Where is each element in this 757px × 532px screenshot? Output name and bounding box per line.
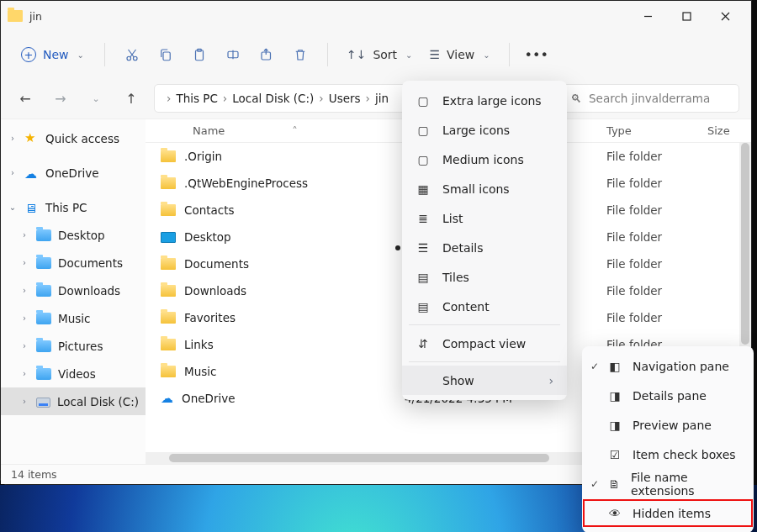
menu-hidden-items[interactable]: 👁Hidden items: [582, 498, 754, 528]
share-button[interactable]: [251, 40, 282, 70]
window-title: jin: [29, 10, 42, 23]
chevron-right-icon: ›: [8, 168, 18, 177]
sidebar-item-onedrive[interactable]: ›☁OneDrive: [1, 159, 146, 187]
forward-button[interactable]: →: [48, 86, 73, 111]
chevron-down-icon: ⌄: [483, 50, 490, 60]
menu-tiles[interactable]: ▤Tiles: [402, 262, 567, 292]
sidebar-item-local-disk[interactable]: ›Local Disk (C:): [1, 387, 146, 415]
chevron-right-icon: ›: [19, 313, 29, 323]
column-size[interactable]: Size: [707, 124, 751, 137]
menu-navigation-pane[interactable]: ✓◧Navigation pane: [582, 351, 754, 381]
chevron-right-icon: ›: [19, 258, 29, 267]
file-name: .QtWebEngineProcess: [184, 176, 308, 190]
folder-icon: [161, 150, 176, 162]
column-name[interactable]: Name˄: [146, 124, 398, 137]
sidebar-item-documents[interactable]: ›Documents: [1, 249, 146, 277]
file-name: .Origin: [184, 150, 222, 163]
pane-icon: ◨: [607, 419, 622, 432]
menu-item-check-boxes[interactable]: ☑Item check boxes: [582, 440, 754, 469]
close-button[interactable]: [706, 3, 744, 29]
menu-content[interactable]: ▤Content: [402, 292, 567, 321]
folder-icon: [161, 177, 176, 189]
file-name: Documents: [184, 257, 249, 271]
up-button[interactable]: ↑: [119, 86, 144, 111]
recent-locations-button[interactable]: ⌄: [83, 86, 109, 111]
file-name: Downloads: [184, 284, 246, 298]
sidebar-item-downloads[interactable]: ›Downloads: [1, 277, 146, 304]
view-menu: ▢Extra large icons ▢Large icons ▢Medium …: [402, 81, 567, 400]
sidebar-item-desktop[interactable]: ›Desktop: [1, 221, 146, 249]
rename-button[interactable]: [218, 40, 248, 70]
checkbox-icon: ☑: [607, 448, 622, 461]
sort-button[interactable]: ↑↓ Sort ⌄: [340, 43, 420, 66]
chevron-right-icon: ›: [8, 134, 18, 143]
search-input[interactable]: 🔍︎ Search jinvalderrama: [561, 84, 739, 113]
sort-icon: ↑↓: [347, 48, 366, 61]
menu-file-name-extensions[interactable]: ✓🗎File name extensions: [582, 469, 754, 498]
copy-button[interactable]: [151, 40, 181, 70]
sidebar-item-music[interactable]: ›Music: [1, 304, 146, 332]
svg-rect-3: [163, 52, 170, 61]
new-button[interactable]: + New ⌄: [13, 42, 93, 67]
selected-indicator-icon: [395, 245, 400, 250]
cloud-icon: ☁: [161, 391, 173, 406]
minimize-button[interactable]: [628, 3, 667, 29]
sidebar-item-pictures[interactable]: ›Pictures: [1, 332, 146, 360]
file-name: OneDrive: [182, 392, 235, 405]
chevron-down-icon: ⌄: [8, 203, 18, 212]
folder-icon: [36, 313, 51, 324]
menu-preview-pane[interactable]: ◨Preview pane: [582, 410, 754, 440]
more-button[interactable]: •••: [521, 40, 552, 70]
column-type[interactable]: Type: [600, 124, 707, 137]
maximize-button[interactable]: [667, 3, 706, 29]
crumb-users[interactable]: Users: [329, 92, 361, 105]
scroll-thumb[interactable]: [169, 454, 549, 462]
menu-large-icons[interactable]: ▢Large icons: [402, 115, 567, 145]
folder-icon: [161, 258, 176, 270]
grid-icon: ▦: [416, 182, 431, 196]
sidebar-item-this-pc[interactable]: ⌄🖥This PC: [1, 193, 146, 221]
file-type: File folder: [600, 257, 707, 271]
crumb-this-pc[interactable]: This PC: [176, 92, 217, 105]
menu-extra-large-icons[interactable]: ▢Extra large icons: [402, 86, 567, 115]
menu-details-pane[interactable]: ◨Details pane: [582, 381, 754, 410]
folder-icon: [36, 340, 51, 352]
sidebar-item-videos[interactable]: ›Videos: [1, 360, 146, 387]
menu-medium-icons[interactable]: ▢Medium icons: [402, 145, 567, 174]
folder-icon: [161, 339, 176, 350]
menu-show[interactable]: Show›: [402, 366, 567, 395]
view-button[interactable]: ☰ View ⌄: [423, 43, 497, 66]
sort-label: Sort: [373, 48, 397, 61]
menu-list[interactable]: ≣List: [402, 203, 567, 233]
menu-details[interactable]: ☰Details: [402, 233, 567, 262]
tiles-icon: ▤: [416, 271, 431, 284]
menu-small-icons[interactable]: ▦Small icons: [402, 174, 567, 203]
menu-compact-view[interactable]: ⇵Compact view: [402, 329, 567, 358]
view-label: View: [447, 48, 474, 61]
scroll-thumb[interactable]: [741, 143, 749, 345]
cut-button[interactable]: [117, 40, 147, 70]
sidebar-item-quick-access[interactable]: ›★Quick access: [1, 124, 146, 152]
titlebar: jin: [1, 1, 751, 31]
back-button[interactable]: ←: [13, 86, 38, 111]
separator: [409, 324, 560, 325]
square-icon: ▢: [416, 124, 431, 137]
file-type: File folder: [600, 284, 707, 298]
crumb-local-disk[interactable]: Local Disk (C:): [232, 92, 314, 105]
file-name: Desktop: [184, 230, 231, 244]
folder-icon: [36, 229, 51, 241]
crumb-jin[interactable]: jin: [375, 92, 389, 105]
paste-button[interactable]: [184, 40, 214, 70]
delete-button[interactable]: [285, 40, 315, 70]
desktop-icon: [161, 232, 176, 243]
chevron-down-icon: ⌄: [77, 50, 84, 60]
check-icon: ✓: [590, 478, 599, 490]
folder-icon: [36, 368, 51, 380]
file-name: Contacts: [184, 203, 235, 217]
folder-icon: [36, 257, 51, 269]
pane-icon: ◧: [607, 360, 622, 373]
file-type: File folder: [600, 311, 707, 324]
navigation-pane: ›★Quick access ›☁OneDrive ⌄🖥This PC ›Des…: [1, 119, 146, 464]
eye-icon: 👁: [607, 507, 622, 520]
address-bar-row: ← → ⌄ ↑ › This PC › Local Disk (C:) › Us…: [1, 78, 751, 119]
